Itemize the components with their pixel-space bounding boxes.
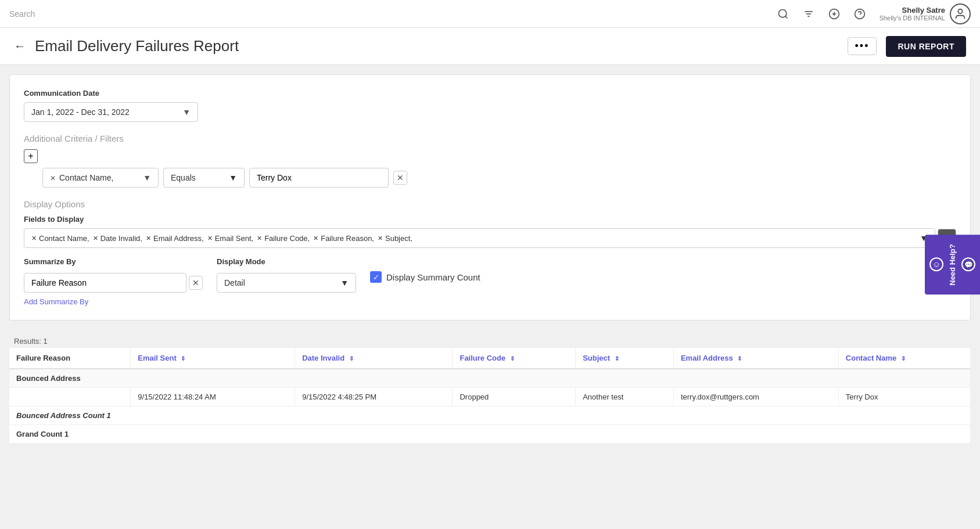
remove-field-email-sent[interactable]: ✕	[207, 235, 213, 242]
remove-filter-button[interactable]: ✕	[393, 171, 407, 185]
remove-field-date-invalid[interactable]: ✕	[93, 235, 98, 242]
col-subject[interactable]: Subject ⇕	[576, 348, 674, 369]
field-tag-subject: ✕ Subject,	[378, 234, 412, 243]
options-row: Summarize By ✕ Add Summarize By Display …	[24, 257, 956, 306]
svg-point-0	[778, 9, 786, 17]
field-tag-date-invalid: ✕ Date Invalid,	[93, 234, 142, 243]
remove-field-email-address[interactable]: ✕	[146, 235, 151, 242]
remove-field-failure-code[interactable]: ✕	[257, 235, 262, 242]
display-options-label: Display Options	[24, 199, 956, 209]
display-mode-section: Display Mode Detail ▼	[217, 257, 356, 293]
search-icon[interactable]	[773, 3, 794, 24]
display-summary-count-checkbox[interactable]: ✓	[370, 271, 382, 283]
chevron-down-icon: ▼	[229, 173, 237, 182]
results-count: Results: 1	[9, 334, 971, 348]
cell-email-sent: 9/15/2022 11:48:24 AM	[131, 388, 295, 406]
table-row: 9/15/2022 11:48:24 AM 9/15/2022 4:48:25 …	[9, 388, 971, 406]
cell-failure-reason	[9, 388, 131, 406]
bounced-address-count-row: Bounced Address Count 1	[9, 406, 971, 425]
filter-icon[interactable]	[798, 3, 819, 24]
display-summary-count-label: Display Summary Count	[386, 272, 480, 282]
display-mode-value: Detail	[224, 278, 245, 287]
cell-failure-code: Dropped	[453, 388, 576, 406]
back-button[interactable]: ←	[14, 39, 26, 53]
smiley-icon: ☺	[929, 257, 943, 271]
filter-value-input[interactable]	[249, 168, 389, 188]
more-options-button[interactable]: •••	[848, 37, 877, 55]
communication-date-dropdown[interactable]: Jan 1, 2022 - Dec 31, 2022 ▼	[24, 102, 198, 122]
add-filter-button[interactable]: +	[24, 149, 38, 163]
page-header: ← Email Delivery Failures Report ••• RUN…	[0, 28, 980, 65]
search-text[interactable]: Search	[9, 9, 773, 19]
filter-field-select[interactable]: ✕Contact Name, ▼	[42, 168, 159, 188]
col-failure-code[interactable]: Failure Code ⇕	[453, 348, 576, 369]
summarize-by-input[interactable]	[24, 273, 186, 293]
user-avatar[interactable]	[950, 3, 971, 24]
group-name: Bounced Address	[9, 369, 971, 388]
field-tag-failure-reason: ✕ Failure Reason,	[313, 234, 374, 243]
data-table: Failure Reason Email Sent ⇕ Date Invalid…	[9, 348, 971, 444]
user-name: Shelly Satre	[880, 6, 945, 15]
field-tag-email-sent: ✕ Email Sent,	[207, 234, 253, 243]
chevron-down-icon: ▼	[182, 107, 191, 117]
col-failure-reason[interactable]: Failure Reason	[9, 348, 131, 369]
cell-date-invalid: 9/15/2022 4:48:25 PM	[295, 388, 453, 406]
filter-field-value: Contact Name,	[59, 173, 113, 182]
field-tag-failure-code: ✕ Failure Code,	[257, 234, 310, 243]
fields-select[interactable]: ✕ Contact Name, ✕ Date Invalid, ✕ Email …	[24, 228, 935, 248]
chevron-down-icon: ▼	[143, 173, 151, 182]
top-nav: Search Shelly Satre Shelly's DB INTERNAL	[0, 0, 980, 28]
col-email-sent[interactable]: Email Sent ⇕	[131, 348, 295, 369]
display-options: Display Options Fields to Display ✕ Cont…	[24, 199, 956, 306]
nav-icons	[773, 3, 870, 24]
communication-date-value: Jan 1, 2022 - Dec 31, 2022	[31, 107, 130, 117]
fields-tags: ✕ Contact Name, ✕ Date Invalid, ✕ Email …	[31, 234, 920, 243]
help-icon[interactable]	[849, 3, 870, 24]
remove-field-subject[interactable]: ✕	[378, 235, 383, 242]
chevron-down-icon: ▼	[340, 278, 349, 287]
bounced-address-count: Bounced Address Count 1	[9, 406, 971, 425]
summarize-by-label: Summarize By	[24, 257, 203, 266]
field-tag-email-address: ✕ Email Address,	[146, 234, 204, 243]
filter-operator-value: Equals	[171, 173, 196, 182]
remove-field-icon[interactable]: ✕	[50, 174, 56, 182]
remove-summarize-button[interactable]: ✕	[189, 276, 203, 290]
display-mode-select[interactable]: Detail ▼	[217, 273, 356, 293]
cell-subject: Another test	[576, 388, 674, 406]
cell-email-address: terry.dox@ruttgers.com	[673, 388, 838, 406]
fields-to-display-label: Fields to Display	[24, 215, 956, 224]
svg-point-10	[958, 9, 962, 13]
add-summarize-link[interactable]: Add Summarize By	[24, 297, 203, 306]
col-email-address[interactable]: Email Address ⇕	[673, 348, 838, 369]
svg-line-1	[785, 16, 788, 18]
remove-field-failure-reason[interactable]: ✕	[313, 235, 318, 242]
field-tag-contact-name: ✕ Contact Name,	[31, 234, 89, 243]
communication-date-label: Communication Date	[24, 89, 956, 98]
col-date-invalid[interactable]: Date Invalid ⇕	[295, 348, 453, 369]
additional-criteria-label: Additional Criteria / Filters	[24, 134, 956, 143]
need-help-tab[interactable]: 💬 Need Help? ☺	[925, 235, 980, 295]
user-info: Shelly Satre Shelly's DB INTERNAL	[880, 3, 971, 24]
col-contact-name[interactable]: Contact Name ⇕	[838, 348, 970, 369]
group-row-bounced-address: Bounced Address	[9, 369, 971, 388]
filter-operator-select[interactable]: Equals ▼	[163, 168, 245, 188]
fields-display-row: ✕ Contact Name, ✕ Date Invalid, ✕ Email …	[24, 228, 956, 248]
filter-row: ✕Contact Name, ▼ Equals ▼ ✕	[42, 168, 956, 188]
table-header-row: Failure Reason Email Sent ⇕ Date Invalid…	[9, 348, 971, 369]
add-icon[interactable]	[824, 3, 845, 24]
cell-contact-name: Terry Dox	[838, 388, 970, 406]
need-help-label: Need Help?	[948, 244, 957, 286]
display-summary-section: ✓ Display Summary Count	[370, 271, 480, 283]
form-panel: Communication Date Jan 1, 2022 - Dec 31,…	[9, 74, 971, 321]
display-mode-label: Display Mode	[217, 257, 356, 266]
results-section: Results: 1 Failure Reason Email Sent ⇕ D…	[9, 330, 971, 444]
chat-icon: 💬	[961, 257, 975, 271]
user-sub: Shelly's DB INTERNAL	[880, 15, 945, 21]
run-report-button[interactable]: RUN REPORT	[886, 36, 966, 57]
grand-count: Grand Count 1	[9, 425, 971, 444]
summarize-by-section: Summarize By ✕ Add Summarize By	[24, 257, 203, 306]
grand-count-row: Grand Count 1	[9, 425, 971, 444]
summarize-input-row: ✕	[24, 273, 203, 293]
remove-field-contact-name[interactable]: ✕	[31, 235, 37, 242]
page-title: Email Delivery Failures Report	[35, 37, 838, 55]
